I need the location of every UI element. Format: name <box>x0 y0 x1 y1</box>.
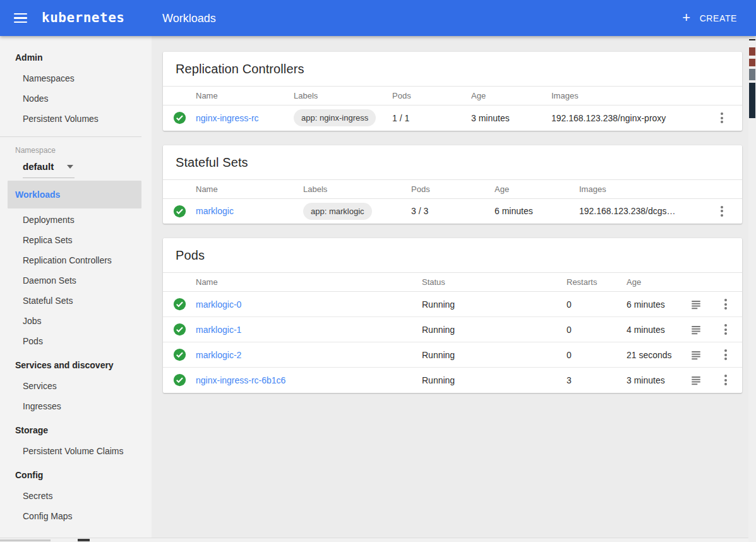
status-cell: Running <box>422 342 567 368</box>
column-header-age: Age <box>627 273 683 292</box>
card-title-replication-controllers: Replication Controllers <box>163 52 742 86</box>
restarts-cell: 0 <box>567 317 627 342</box>
create-button[interactable]: + CREATE <box>676 0 743 36</box>
sidebar-item-nodes[interactable]: Nodes <box>0 88 152 109</box>
sidebar-item-stateful-sets[interactable]: Stateful Sets <box>0 291 152 311</box>
create-button-label: CREATE <box>700 13 737 23</box>
logs-icon[interactable] <box>689 349 703 361</box>
column-header-actions <box>706 87 742 105</box>
pods-cell: 3 / 3 <box>411 198 495 224</box>
scrollbar-thumb[interactable] <box>0 539 51 541</box>
restarts-cell: 0 <box>567 342 627 368</box>
table-row: marklogic-0 Running 0 6 minutes <box>163 292 742 317</box>
scrollbar-mark <box>749 47 755 56</box>
label-chip: app: marklogic <box>303 203 372 220</box>
check-circle-icon <box>173 373 186 387</box>
kebab-menu-icon[interactable] <box>716 110 728 126</box>
column-header-pods: Pods <box>411 179 495 198</box>
column-header-labels: Labels <box>294 87 392 105</box>
column-header-age: Age <box>495 179 579 198</box>
scrollbar-mark <box>78 539 90 541</box>
sidebar-item-deployments[interactable]: Deployments <box>0 210 152 230</box>
resource-link[interactable]: nginx-ingress-rc-6b1c6 <box>196 375 285 385</box>
table-header-row: Name Status Restarts Age <box>163 273 742 292</box>
sidebar: Admin Namespaces Nodes Persistent Volume… <box>0 36 152 542</box>
column-header-name: Name <box>196 179 303 198</box>
nav-section-config: Config <box>0 464 152 486</box>
main-content: Replication Controllers Name Labels Pods… <box>163 36 742 407</box>
age-cell: 21 seconds <box>627 342 683 368</box>
card-title-stateful-sets: Stateful Sets <box>163 145 742 179</box>
status-cell: Running <box>422 317 567 342</box>
sidebar-item-services[interactable]: Services <box>0 376 152 396</box>
column-header-age: Age <box>471 87 551 105</box>
sidebar-item-daemon-sets[interactable]: Daemon Sets <box>0 270 152 291</box>
sidebar-item-secrets[interactable]: Secrets <box>0 486 152 506</box>
sidebar-item-jobs[interactable]: Jobs <box>0 311 152 331</box>
sidebar-item-pods[interactable]: Pods <box>0 331 152 351</box>
column-header-status <box>163 87 196 105</box>
logs-icon[interactable] <box>689 375 703 386</box>
kebab-menu-icon[interactable] <box>719 296 732 312</box>
sidebar-item-ingresses[interactable]: Ingresses <box>0 396 152 416</box>
caret-down-icon <box>67 165 73 169</box>
column-header-status-icon <box>163 273 196 292</box>
kebab-menu-icon[interactable] <box>716 203 728 219</box>
check-circle-icon <box>173 111 186 124</box>
sidebar-item-config-maps[interactable]: Config Maps <box>0 506 152 526</box>
check-circle-icon <box>173 205 186 218</box>
table-row: marklogic-2 Running 0 21 seconds <box>163 342 742 368</box>
app-logo[interactable]: kubernetes <box>42 10 124 25</box>
pods-cell: 1 / 1 <box>392 105 471 131</box>
vertical-scrollbar[interactable] <box>748 36 756 542</box>
scrollbar-mark <box>749 59 755 66</box>
table-row: nginx-ingress-rc app: nginx-ingress 1 / … <box>163 105 742 131</box>
card-stateful-sets: Stateful Sets Name Labels Pods Age Image… <box>163 145 742 224</box>
scrollbar-thumb[interactable] <box>749 83 755 118</box>
sidebar-item-persistent-volume-claims[interactable]: Persistent Volume Claims <box>0 441 152 461</box>
sidebar-item-workloads[interactable]: Workloads <box>8 181 141 208</box>
age-cell: 4 minutes <box>627 317 683 342</box>
column-header-name: Name <box>196 87 294 105</box>
kebab-menu-icon[interactable] <box>719 347 732 363</box>
column-header-pods: Pods <box>392 87 471 105</box>
restarts-cell: 0 <box>567 292 627 317</box>
app-bar: kubernetes Workloads + CREATE <box>0 0 756 36</box>
sidebar-item-namespaces[interactable]: Namespaces <box>0 68 152 88</box>
namespace-select[interactable]: default <box>23 159 75 178</box>
stateful-sets-table: Name Labels Pods Age Images m <box>163 179 742 224</box>
column-header-status: Status <box>422 273 567 292</box>
resource-link[interactable]: nginx-ingress-rc <box>196 113 259 123</box>
status-cell: Running <box>422 292 567 317</box>
check-circle-icon <box>173 298 186 311</box>
sidebar-divider <box>0 136 141 137</box>
sidebar-item-replica-sets[interactable]: Replica Sets <box>0 230 152 250</box>
scrollbar-mark <box>749 39 755 40</box>
column-header-actions <box>706 179 742 198</box>
kebab-menu-icon[interactable] <box>719 322 732 337</box>
resource-link[interactable]: marklogic-0 <box>196 299 241 310</box>
table-row: nginx-ingress-rc-6b1c6 Running 3 3 minut… <box>163 368 742 393</box>
column-header-actions <box>714 273 742 292</box>
logs-icon[interactable] <box>689 299 703 310</box>
hamburger-icon[interactable] <box>14 13 27 23</box>
card-pods: Pods Name Status Restarts Age <box>163 238 742 393</box>
sidebar-item-replication-controllers[interactable]: Replication Controllers <box>0 250 152 270</box>
pods-table: Name Status Restarts Age mar <box>163 272 742 393</box>
logs-icon[interactable] <box>689 324 703 335</box>
resource-link[interactable]: marklogic <box>196 206 234 216</box>
age-cell: 6 minutes <box>495 198 579 224</box>
horizontal-scrollbar[interactable] <box>0 538 748 542</box>
resource-link[interactable]: marklogic-1 <box>196 325 241 335</box>
nav-section-storage: Storage <box>0 419 152 441</box>
sidebar-item-persistent-volumes[interactable]: Persistent Volumes <box>0 109 152 129</box>
column-header-restarts: Restarts <box>567 273 627 292</box>
age-cell: 3 minutes <box>471 105 551 131</box>
status-cell: Running <box>422 368 567 393</box>
kebab-menu-icon[interactable] <box>719 372 732 388</box>
replication-controllers-table: Name Labels Pods Age Images n <box>163 86 742 131</box>
table-row: marklogic-1 Running 0 4 minutes <box>163 317 742 342</box>
label-chip: app: nginx-ingress <box>294 109 376 126</box>
age-cell: 3 minutes <box>627 368 683 393</box>
resource-link[interactable]: marklogic-2 <box>196 350 241 360</box>
